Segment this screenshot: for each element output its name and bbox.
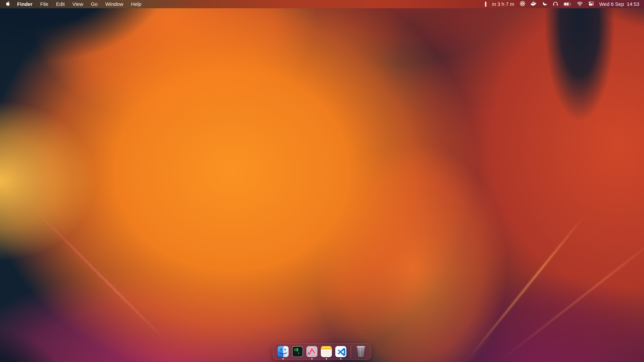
wallpaper-highlight-ridge [468,196,600,360]
menu-item-go[interactable]: Go [87,0,102,8]
trash-body [356,347,366,357]
menu-bar-status-area: in 3 h 7 m [482,0,644,8]
menu-extra-countdown[interactable]: in 3 h 7 m [489,0,517,8]
menu-clock[interactable]: Wed 6 Sep 14:53 [597,1,639,7]
notes-rule-line [322,355,330,355]
wallpaper-highlight-ridge [500,221,644,362]
battery-charging-icon [564,1,571,7]
notes-perforation [322,347,330,348]
control-center-icon [588,1,594,7]
dock-item-vscode[interactable] [335,343,346,360]
terminal-dim-text [298,352,299,354]
menu-bar: Finder File Edit View Go Window Help in … [0,0,644,8]
apple-menu[interactable] [0,0,13,8]
terminal-icon: $ [292,346,303,357]
menu-extra-headphones[interactable] [550,0,561,8]
dock: $ [0,343,644,360]
menu-item-edit[interactable]: Edit [52,0,68,8]
notes-icon [321,346,332,357]
focus-moon-icon [542,1,547,7]
dock-item-terminal[interactable]: $ [292,343,303,360]
control-center-button[interactable] [586,0,597,8]
countdown-text: in 3 h 7 m [492,1,514,7]
menu-item-window[interactable]: Window [102,0,127,8]
notes-rule-line [322,353,330,354]
clock-time: 14:53 [627,1,639,7]
menu-extra-focus[interactable] [540,0,550,8]
wallpaper-highlight-ridge [25,200,192,362]
menu-extra-battery[interactable] [561,0,574,8]
docker-whale-icon [531,1,537,7]
onepassword-icon [520,1,525,7]
dock-item-arc[interactable] [306,343,318,360]
running-indicator [282,358,284,360]
menu-item-help[interactable]: Help [127,0,145,8]
running-indicator [340,358,342,360]
vscode-icon [335,346,346,357]
arc-icon [306,346,318,357]
wifi-icon [577,1,583,7]
menu-extra-1password[interactable] [517,0,528,8]
menu-item-view[interactable]: View [68,0,87,8]
trash-icon [356,346,366,357]
dock-item-finder[interactable] [278,343,289,360]
dock-item-trash[interactable] [355,343,366,360]
desktop-wallpaper[interactable] [0,0,644,362]
dock-item-notes[interactable] [321,343,332,360]
terminal-cursor [296,348,298,351]
running-indicator [311,358,312,360]
headphones-icon [553,1,558,7]
menu-extra-wifi[interactable] [574,0,586,8]
hidden-bar-separator-icon[interactable] [482,0,489,8]
trash-rim [356,346,366,348]
clock-date: Wed 6 Sep [599,1,624,7]
menu-item-finder[interactable]: Finder [13,0,36,8]
dock-panel: $ [273,343,371,360]
vertical-bar-icon [485,2,486,7]
menu-extra-docker[interactable] [528,0,540,8]
apple-icon [6,1,10,7]
running-indicator [326,358,327,360]
notes-rule-line [322,352,330,352]
menu-bar-left: Finder File Edit View Go Window Help [0,0,145,8]
dock-separator[interactable] [351,346,351,358]
menu-item-file[interactable]: File [36,0,52,8]
finder-icon [278,346,289,357]
terminal-prompt: $ [294,348,296,351]
